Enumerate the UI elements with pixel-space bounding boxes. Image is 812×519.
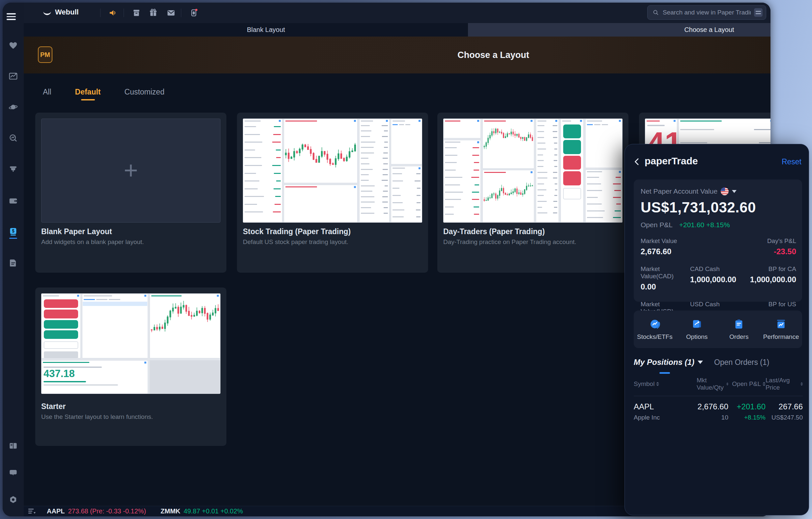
account-stats-row-2: Market Value(CAD)0.00 CAD Cash1,000,000.… xyxy=(641,266,796,292)
col-last-avg-price[interactable]: Last/Avg Price xyxy=(765,377,803,391)
divider xyxy=(181,8,181,17)
watchlist-heart-icon[interactable] xyxy=(8,40,18,51)
paper-trading-icon[interactable]: $ xyxy=(8,226,18,237)
quick-actions: Stocks/ETFs Options Orders Performance xyxy=(634,310,802,348)
tab-my-positions[interactable]: My Positions (1) xyxy=(634,358,703,367)
stocks-etfs-icon xyxy=(649,318,661,330)
stat-cad-cash: CAD Cash1,000,000.00 xyxy=(690,266,759,292)
webull-logo: Webull xyxy=(42,7,79,17)
notifications-device-icon[interactable] xyxy=(189,8,199,18)
options-button[interactable]: Options xyxy=(676,318,718,340)
orders-icon xyxy=(733,318,745,330)
archive-box-icon[interactable] xyxy=(132,8,141,18)
layout-filters: All Default Customized xyxy=(24,88,165,100)
news-doc-icon[interactable] xyxy=(8,258,18,268)
stat-days-pl: Day's P&L-23.50 xyxy=(722,238,796,256)
us-flag-icon xyxy=(721,187,729,195)
wallet-icon[interactable] xyxy=(8,196,18,206)
stat-bp-ca: BP for CA1,000,000.00 xyxy=(759,266,796,292)
account-stats-row-1: Market Value2,676.60 Day's P&L-23.50 xyxy=(641,238,796,256)
orders-button[interactable]: Orders xyxy=(718,318,760,340)
shortcut-icon xyxy=(754,8,762,17)
col-symbol[interactable]: Symbol xyxy=(634,377,697,391)
left-sidebar: $ xyxy=(3,3,24,516)
screener-icon[interactable] xyxy=(8,133,18,143)
card-desc: Add widgets on a blank paper layout. xyxy=(41,238,144,246)
performance-icon xyxy=(775,318,787,330)
ticker-item-zmmk[interactable]: ZMMK 49.87 +0.01 +0.02% xyxy=(161,508,243,515)
chevron-down-icon xyxy=(698,361,703,364)
stock-trading-thumbnail xyxy=(243,119,422,223)
cell-symbol: AAPL Apple Inc xyxy=(634,402,697,421)
learn-book-icon[interactable] xyxy=(8,441,18,451)
sort-icon xyxy=(762,382,765,386)
sort-icon xyxy=(801,382,803,386)
top-bar: Webull Search and view in Paper Trading xyxy=(24,3,771,23)
gift-icon[interactable] xyxy=(148,8,158,18)
open-pl-label: Open P&L xyxy=(641,221,673,228)
positions-tabs: My Positions (1) Open Orders (1) xyxy=(634,358,769,367)
banner-title: Choose a Layout xyxy=(457,50,529,60)
tab-blank-layout[interactable]: Blank Layout xyxy=(247,23,285,36)
card-blank-paper-layout[interactable]: Blank Paper Layout Add widgets on a blan… xyxy=(35,113,226,273)
paper-trade-panel: paperTrade Reset Net Paper Account Value… xyxy=(625,144,809,515)
card-title: Day-Traders (Paper Trading) xyxy=(443,227,545,236)
menu-icon[interactable] xyxy=(7,13,16,21)
day-traders-thumbnail xyxy=(443,119,622,223)
chevron-down-icon[interactable] xyxy=(732,190,736,193)
desk-icon[interactable] xyxy=(8,164,18,174)
card-starter[interactable]: 437.18 Starter Use the Starter layout to… xyxy=(35,287,226,446)
svg-text:$: $ xyxy=(12,228,14,234)
card-title: Blank Paper Layout xyxy=(41,227,112,236)
tab-open-orders[interactable]: Open Orders (1) xyxy=(714,358,769,367)
panel-title: paperTrade xyxy=(645,155,698,166)
webull-moon-icon xyxy=(42,7,52,17)
positions-table-header: Symbol Mkt Value/Qty Open P&L Last/Avg P… xyxy=(634,377,803,396)
col-mkt-value-qty[interactable]: Mkt Value/Qty xyxy=(697,377,728,391)
net-account-value: US$1,731,032.60 xyxy=(641,199,796,216)
ticker-quote: 273.68 (Pre: -0.33 -0.12%) xyxy=(68,508,146,515)
filter-all[interactable]: All xyxy=(43,88,51,100)
options-icon xyxy=(691,318,703,330)
ticker-symbol: AAPL xyxy=(47,508,65,515)
markets-chart-icon[interactable] xyxy=(8,71,18,81)
workspace-tabbar: Blank Layout Choose a Layout xyxy=(24,23,771,36)
card-title: Stock Trading (Paper Trading) xyxy=(243,227,351,236)
cell-mkt-value-qty: 2,676.60 10 xyxy=(697,402,728,421)
cell-open-pl: +201.60 +8.15% xyxy=(728,402,765,421)
col-open-pl[interactable]: Open P&L xyxy=(728,377,765,391)
card-stock-trading[interactable]: Stock Trading (Paper Trading) Default US… xyxy=(237,113,428,273)
chat-icon[interactable] xyxy=(8,468,18,478)
blank-thumbnail xyxy=(41,119,221,223)
table-row-aapl[interactable]: AAPL Apple Inc 2,676.60 10 +201.60 +8.15… xyxy=(634,396,803,421)
stocks-etfs-button[interactable]: Stocks/ETFs xyxy=(634,318,676,340)
brand-name: Webull xyxy=(55,8,79,17)
performance-button[interactable]: Performance xyxy=(760,318,802,340)
explore-planet-icon[interactable] xyxy=(8,102,18,112)
card-desc: Day-Trading practice on Paper Trading ac… xyxy=(443,238,576,246)
search-placeholder: Search and view in Paper Trading xyxy=(663,9,751,16)
back-chevron-icon[interactable] xyxy=(633,157,641,166)
tab-choose-layout[interactable]: Choose a Layout xyxy=(684,23,734,36)
stat-market-value: Market Value2,676.60 xyxy=(641,238,690,256)
ticker-list-icon[interactable] xyxy=(28,508,36,515)
stat-market-value-cad: Market Value(CAD)0.00 xyxy=(641,266,690,292)
mail-icon[interactable] xyxy=(166,8,176,18)
positions-table: Symbol Mkt Value/Qty Open P&L Last/Avg P… xyxy=(634,377,803,421)
ticker-symbol: ZMMK xyxy=(161,508,180,515)
reset-button[interactable]: Reset xyxy=(782,157,802,166)
ticker-item-aapl[interactable]: AAPL 273.68 (Pre: -0.33 -0.12%) xyxy=(47,508,146,515)
net-account-value-label: Net Paper Account Value xyxy=(641,187,718,195)
starter-thumbnail: 437.18 xyxy=(41,294,221,394)
search-input[interactable]: Search and view in Paper Trading xyxy=(647,5,766,20)
open-pl-value: +201.60 +8.15% xyxy=(679,221,730,228)
card-desc: Use the Starter layout to learn function… xyxy=(41,413,153,421)
settings-gear-icon[interactable] xyxy=(8,495,18,505)
filter-customized[interactable]: Customized xyxy=(124,88,165,100)
card-day-traders[interactable]: Day-Traders (Paper Trading) Day-Trading … xyxy=(437,113,629,273)
filter-default[interactable]: Default xyxy=(75,88,101,100)
choose-layout-banner: PM Choose a Layout xyxy=(24,36,771,73)
account-summary-card: Net Paper Account Value US$1,731,032.60 … xyxy=(634,180,802,302)
announcement-icon[interactable] xyxy=(108,8,118,18)
cell-last-avg: 267.66 US$247.50 xyxy=(765,402,803,421)
